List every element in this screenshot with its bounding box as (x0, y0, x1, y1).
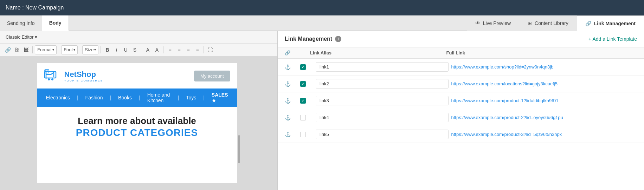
grid-icon: ⊞ (528, 20, 532, 26)
nav-sep-4: | (174, 95, 183, 100)
row-checkbox-5[interactable] (300, 132, 306, 137)
font-select[interactable]: Font ▾ (61, 45, 78, 54)
row-chain-icon-1: ⚓ (285, 64, 297, 70)
font-chevron-icon: ▾ (73, 48, 75, 52)
col-chain-icon: 🔗 (285, 50, 297, 55)
strikethrough-icon[interactable]: S (130, 46, 139, 54)
nav-toys: Toys (182, 95, 200, 100)
row-chain-icon-2: ⚓ (285, 81, 297, 87)
align-right-icon[interactable]: ≡ (184, 46, 192, 54)
row-checkbox-2[interactable] (300, 81, 306, 87)
eye-icon: 👁 (475, 20, 480, 26)
nav-sep-3: | (135, 95, 144, 100)
table-row: ⚓ https://www.example.com/locations?lid=… (278, 76, 644, 92)
logo-text-area: NetShop YOUR E-COMMERCE (64, 70, 103, 82)
fullscreen-icon[interactable]: ⛶ (206, 46, 214, 54)
netshop-logo-icon (44, 69, 62, 83)
tab-link-management[interactable]: 🔗 Link Management (577, 15, 644, 31)
row-chain-icon-4: ⚓ (285, 115, 297, 120)
email-body: NetShop YOUR E-COMMERCE My account Elect… (37, 63, 237, 183)
info-icon[interactable]: i (335, 36, 341, 42)
unlink-toolbar-icon[interactable]: ⛓ (13, 46, 21, 54)
size-chevron-icon: ▾ (94, 48, 96, 52)
tab-sending-info[interactable]: Sending Info (0, 15, 42, 31)
toolbar-separator-3 (80, 46, 80, 53)
col-full-link-header: Full Link (446, 50, 637, 55)
row-alias-input-3[interactable] (316, 96, 449, 105)
row-full-link-3: https://www.example.com/product-1?lid=ld… (451, 98, 637, 103)
nav-books: Books (115, 95, 135, 100)
hero-section: Learn more about available PRODUCT CATEG… (37, 107, 237, 142)
bold-icon[interactable]: B (103, 46, 111, 54)
logo-subtitle: YOUR E-COMMERCE (64, 79, 103, 82)
row-alias-input-5[interactable] (316, 130, 449, 139)
toolbar-separator-1 (32, 46, 33, 53)
row-checkbox-3[interactable] (300, 98, 306, 104)
campaign-title: Name : New Campaign (6, 5, 64, 11)
col-alias-header: Link Alias (310, 50, 446, 55)
table-header: 🔗 Link Alias Full Link (278, 47, 644, 59)
row-full-link-1: https://www.example.com/shop?lid=2ynw0n4… (451, 64, 637, 70)
size-select[interactable]: Size ▾ (82, 45, 98, 54)
email-preview: NetShop YOUR E-COMMERCE My account Elect… (0, 56, 277, 190)
editor-scrollbar[interactable] (237, 63, 241, 183)
right-pane-title: Link Management i (285, 36, 341, 42)
link-table: 🔗 Link Alias Full Link ⚓ https://www.exa… (278, 47, 644, 190)
svg-point-1 (48, 78, 50, 80)
nav-electronics: Electronics (43, 95, 73, 100)
my-account-button[interactable]: My account (194, 71, 230, 81)
right-pane: Link Management i + Add a Link Template … (278, 31, 644, 190)
hero-heading-line1: Learn more about available (44, 115, 230, 127)
underline-icon[interactable]: U (121, 46, 130, 54)
row-checkbox-1[interactable] (300, 64, 306, 70)
tab-bar-right: 👁 Live Preview ⊞ Content Library 🔗 Link … (467, 15, 644, 31)
editor-toolbar-top: Classic Editor ▾ (0, 31, 277, 44)
row-chain-icon-5: ⚓ (285, 132, 297, 137)
add-link-template-button[interactable]: + Add a Link Template (588, 36, 637, 42)
link-toolbar-icon[interactable]: 🔗 (4, 46, 12, 54)
format-select[interactable]: Format ▾ (35, 45, 57, 54)
svg-point-2 (51, 78, 53, 80)
chevron-down-icon: ▾ (35, 34, 37, 40)
row-checkbox-4[interactable] (300, 115, 306, 120)
row-full-link-2: https://www.example.com/locations?lid=go… (451, 81, 637, 86)
font-color-icon[interactable]: A (143, 46, 152, 54)
email-header: NetShop YOUR E-COMMERCE My account (37, 63, 237, 89)
scrollbar-thumb[interactable] (238, 135, 240, 163)
row-full-link-4: https://www.example.com/product-2?lid=oy… (451, 115, 637, 120)
table-row: ⚓ https://www.example.com/product-1?lid=… (278, 92, 644, 109)
row-alias-input-2[interactable] (316, 79, 449, 89)
toolbar-separator-4 (101, 46, 101, 53)
nav-sep-2: | (106, 95, 115, 100)
tab-live-preview[interactable]: 👁 Live Preview (467, 15, 519, 31)
align-left-icon[interactable]: ≡ (166, 46, 174, 54)
table-row: ⚓ https://www.example.com/product-3?lid=… (278, 126, 644, 143)
align-center-icon[interactable]: ≡ (175, 46, 183, 54)
link-icon: 🔗 (585, 21, 591, 26)
highlight-icon[interactable]: A (153, 46, 161, 54)
nav-fashion: Fashion (82, 95, 107, 100)
row-alias-input-4[interactable] (316, 113, 449, 122)
tab-bar: Sending Info Body 👁 Live Preview ⊞ Conte… (0, 15, 644, 31)
toolbar-separator-2 (59, 46, 59, 53)
image-toolbar-icon[interactable]: 🖼 (22, 46, 30, 54)
tab-bar-left: Sending Info Body (0, 15, 467, 31)
toolbar-separator-5 (141, 46, 141, 53)
row-alias-input-1[interactable] (316, 62, 449, 72)
justify-icon[interactable]: ≡ (193, 46, 201, 54)
nav-sales: SALES ★ (208, 92, 232, 103)
hero-heading-line2: PRODUCT CATEGORIES (44, 127, 230, 138)
tab-body[interactable]: Body (42, 15, 69, 31)
classic-editor-button[interactable]: Classic Editor ▾ (4, 34, 39, 40)
table-row: ⚓ https://www.example.com/product-2?lid=… (278, 109, 644, 126)
right-pane-header: Link Management i + Add a Link Template (278, 31, 644, 47)
toolbar-separator-6 (163, 46, 163, 53)
email-nav-bar: Electronics | Fashion | Books | Home and… (37, 89, 237, 107)
logo-name: NetShop (64, 70, 103, 79)
editor-toolbar-format: 🔗 ⛓ 🖼 Format ▾ Font ▾ Size ▾ B I U S (0, 44, 277, 56)
format-chevron-icon: ▾ (52, 48, 54, 52)
nav-sep-5: | (200, 95, 208, 100)
table-row: ⚓ https://www.example.com/shop?lid=2ynw0… (278, 59, 644, 76)
tab-content-library[interactable]: ⊞ Content Library (519, 15, 577, 31)
italic-icon[interactable]: I (112, 46, 121, 54)
